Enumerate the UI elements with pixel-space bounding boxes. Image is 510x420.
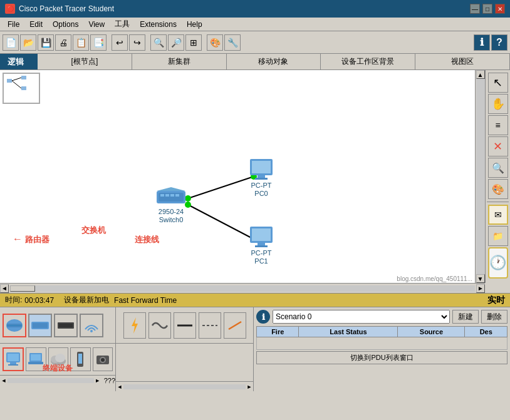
pdu-scroll-left[interactable]: ◄ (116, 383, 123, 391)
scenario-select[interactable]: Scenario 0 (273, 310, 450, 324)
menu-edit[interactable]: Edit (24, 19, 48, 30)
device-scroll-track[interactable] (8, 378, 94, 383)
router-category[interactable] (3, 314, 26, 337)
menu-tools[interactable]: 工具 (110, 18, 135, 31)
zoom-tool[interactable]: 🔍 (488, 158, 508, 178)
note-tool[interactable]: ≡ (488, 115, 508, 135)
switch-node[interactable]: 2950-24 Switch0 (155, 186, 187, 224)
pdu-scroll-track[interactable] (123, 384, 246, 389)
menu-help[interactable]: Help (182, 19, 207, 30)
tab-root-node[interactable]: [根节点] (38, 54, 132, 69)
pc1-label1: PC-PT (251, 249, 272, 257)
h-scroll-track[interactable] (10, 285, 475, 292)
hand-tool[interactable]: ✋ (488, 94, 508, 114)
sub-device-1[interactable] (3, 347, 24, 371)
svg-rect-1 (21, 76, 26, 79)
close-button[interactable]: ✕ (495, 4, 505, 14)
new-btn[interactable]: 📄 (3, 34, 19, 51)
paste-btn[interactable]: 📑 (90, 34, 107, 51)
vertical-scrollbar[interactable]: ▲ ▼ (475, 70, 485, 283)
pdu2-tool[interactable]: 📁 (488, 226, 508, 246)
menu-view[interactable]: View (83, 19, 110, 30)
sub-device-4[interactable] (70, 347, 91, 371)
pc0-label2: PC0 (254, 190, 268, 198)
scroll-up-btn[interactable]: ▲ (476, 70, 485, 79)
scroll-device-left[interactable]: ◄ (0, 377, 8, 384)
menu-options[interactable]: Options (48, 19, 83, 30)
tab-device-bg[interactable]: 设备工作区背景 (321, 54, 415, 69)
pdu-scroll-right[interactable]: ► (246, 383, 253, 391)
info-btn[interactable]: ℹ (474, 34, 490, 51)
pc1-node[interactable]: PC-PT PC1 (247, 225, 275, 265)
hub-category[interactable] (54, 314, 78, 337)
new-scenario-btn[interactable]: 新建 (452, 310, 479, 324)
pc0-node[interactable]: PC-PT PC0 (247, 158, 275, 198)
logic-mode-label: 逻辑 (0, 54, 38, 69)
shape-tool[interactable]: 🎨 (488, 179, 508, 199)
wireless-category[interactable] (80, 314, 103, 337)
delete-scenario-btn[interactable]: 删除 (481, 310, 507, 324)
wave-icon (151, 319, 169, 332)
pdu-wave-btn[interactable] (148, 312, 171, 339)
pc-sub-icon (4, 350, 23, 369)
select-tool[interactable]: ↖ (488, 73, 508, 93)
fit-btn[interactable]: ⊞ (185, 34, 202, 51)
tab-new-cluster[interactable]: 新集群 (132, 54, 227, 69)
maximize-button[interactable]: □ (482, 4, 492, 14)
bottom-device-scroll[interactable]: ◄ ► ??? (0, 375, 115, 385)
hub-icon (57, 319, 75, 332)
time-value: 00:03:47 (24, 296, 54, 305)
scroll-left-btn[interactable]: ◄ (0, 284, 9, 293)
right-tool-panel: ↖ ✋ ≡ ✕ 🔍 🎨 ✉ 📁 🕐 (485, 70, 510, 283)
scroll-down-btn[interactable]: ▼ (476, 274, 485, 283)
svg-line-54 (229, 322, 241, 329)
pdu-dash-btn[interactable] (199, 312, 221, 339)
redo-btn[interactable]: ↪ (129, 34, 145, 51)
pdu-diagonal-btn[interactable] (224, 312, 246, 339)
svg-rect-13 (160, 194, 164, 197)
empty-row (257, 337, 507, 350)
network-canvas[interactable]: 2950-24 Switch0 PC-PT PC0 (0, 70, 485, 283)
copy-btn[interactable]: 📋 (73, 34, 89, 51)
cable-canvas-label: 连接线 (135, 234, 159, 245)
undo-btn[interactable]: ↩ (112, 34, 128, 51)
time-label: 时间: (5, 295, 22, 305)
palette-btn[interactable]: 🎨 (207, 34, 223, 51)
switch-category[interactable] (28, 314, 52, 337)
tab-move-object[interactable]: 移动对象 (227, 54, 321, 69)
network-connections (0, 70, 485, 283)
main-canvas-area: 2950-24 Switch0 PC-PT PC0 (0, 70, 510, 283)
minimize-button[interactable]: — (470, 4, 480, 14)
help-btn[interactable]: ? (491, 34, 507, 51)
svg-rect-41 (31, 354, 41, 361)
col-fire: Fire (257, 327, 299, 337)
device-label: 设备最新加电 (64, 295, 109, 305)
scroll-device-right[interactable]: ► (94, 377, 101, 384)
tab-view-area[interactable]: 视图区 (415, 54, 510, 69)
print-btn[interactable]: 🖨 (55, 34, 71, 51)
menu-extensions[interactable]: Extensions (135, 19, 182, 30)
pdu-solid-btn[interactable] (174, 312, 196, 339)
pdu-lightning-btn[interactable] (123, 312, 146, 339)
menu-bar: File Edit Options View 工具 Extensions Hel… (0, 18, 510, 31)
realtime-label: 实时 (487, 295, 505, 306)
inspect-btn[interactable]: 🔧 (224, 34, 241, 51)
delete-tool[interactable]: ✕ (488, 136, 508, 156)
svg-rect-16 (175, 194, 179, 197)
open-btn[interactable]: 📂 (20, 34, 36, 51)
sub-device-5[interactable] (93, 347, 113, 371)
zoom-in-btn[interactable]: 🔍 (150, 34, 167, 51)
switch-pdu-btn[interactable]: 切换到PDU列表窗口 (256, 351, 507, 364)
scroll-right-btn[interactable]: ► (476, 284, 485, 293)
solid-line-icon (176, 319, 194, 332)
pdu-tool[interactable]: ✉ (488, 205, 508, 225)
h-scroll-thumb[interactable] (10, 285, 35, 292)
svg-rect-27 (252, 228, 271, 241)
svg-rect-42 (28, 362, 43, 364)
save-btn[interactable]: 💾 (38, 34, 54, 51)
zoom-out-btn[interactable]: 🔎 (168, 34, 184, 51)
router-canvas-label: ← 路由器 (13, 233, 49, 245)
pdu-tools-row (116, 307, 253, 344)
bottom-pdu-scroll: ◄ ► (116, 381, 253, 391)
menu-file[interactable]: File (3, 19, 24, 30)
